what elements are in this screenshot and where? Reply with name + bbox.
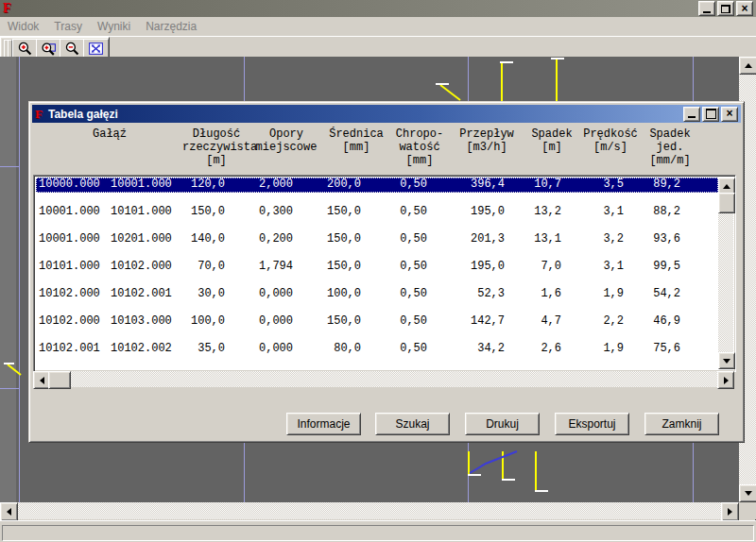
cell: 3,1	[578, 205, 641, 220]
menu-item-narzedzia[interactable]: Narzędzia	[138, 20, 204, 33]
scrollbar-corner	[739, 502, 756, 519]
app-logo-icon: F	[3, 2, 11, 15]
cell: 13,2	[524, 205, 578, 220]
zoom-out-button[interactable]	[60, 39, 85, 59]
cell: 195,0	[448, 260, 524, 275]
cell: 2,2	[578, 314, 641, 330]
scroll-left-button[interactable]	[0, 502, 18, 521]
table-row[interactable]: 10102.00010103.000100,00,000150,00,50142…	[36, 314, 718, 342]
button-zamknij[interactable]: Zamknij	[644, 413, 719, 435]
button-informacje[interactable]: Informacje	[286, 413, 361, 435]
restore-button[interactable]	[717, 1, 734, 16]
cell: 3,1	[578, 260, 641, 275]
cell: 0,50	[389, 260, 448, 275]
cell: 10001.000	[36, 232, 108, 247]
table-row-line: 10102.00110102.00235,00,00080,00,5034,22…	[36, 342, 718, 357]
menu-item-widok[interactable]: Widok	[0, 20, 46, 33]
dialog-minimize-button[interactable]	[683, 107, 700, 122]
canvas-horizontal-scrollbar[interactable]	[0, 502, 739, 519]
cell: 2,000	[249, 178, 321, 193]
scroll-right-button[interactable]	[717, 371, 734, 389]
dialog-tabela-galezi: F Tabela gałęzi × GałąźDługość rzeczywis…	[28, 101, 745, 443]
table-row[interactable]: 10001.00010201.000140,00,200150,00,50201…	[36, 232, 718, 260]
arrow-right-icon	[724, 377, 729, 384]
cell: 396,4	[448, 178, 524, 193]
cell: 3,5	[578, 178, 641, 193]
arrow-left-icon	[40, 377, 44, 384]
cell: 0,50	[389, 205, 448, 220]
dialog-titlebar[interactable]: F Tabela gałęzi ×	[32, 105, 741, 123]
table-row[interactable]: 10001.00010101.000150,00,300150,00,50195…	[36, 205, 718, 232]
arrow-left-icon	[7, 508, 11, 516]
listbox-horizontal-scrollbar[interactable]	[33, 371, 734, 387]
application-window: F × WidokTrasyWynikiNarzędzia	[0, 0, 756, 542]
menu-item-trasy[interactable]: Trasy	[46, 20, 90, 33]
cell: 10102.001	[108, 287, 181, 302]
cell: 93,6	[641, 232, 697, 247]
status-panel	[2, 525, 754, 541]
cell: 201,3	[448, 232, 524, 247]
table-row-line: 10001.00010201.000140,00,200150,00,50201…	[36, 232, 718, 247]
cell: 13,1	[524, 232, 578, 247]
scroll-down-button[interactable]	[718, 352, 735, 369]
button-drukuj[interactable]: Drukuj	[465, 413, 540, 435]
cell: 0,000	[249, 287, 321, 302]
cell: 3,2	[578, 232, 641, 247]
cell: 10102.000	[36, 314, 108, 330]
cell: 10103.000	[108, 314, 181, 330]
zoom-in-button[interactable]	[12, 39, 38, 59]
cell: 10201.000	[108, 232, 181, 247]
cell: 0,300	[249, 205, 321, 220]
branch-table-listbox[interactable]: 10000.00010001.000120,02,000200,00,50396…	[33, 175, 736, 372]
table-row[interactable]: 10000.00010001.000120,02,000200,00,50396…	[36, 178, 718, 205]
zoom-window-button[interactable]	[36, 39, 61, 59]
cell: 88,2	[641, 205, 697, 220]
table-row[interactable]: 10102.00110102.00235,00,00080,00,5034,22…	[36, 342, 718, 369]
cell: 46,9	[641, 314, 697, 330]
window-titlebar[interactable]: F ×	[0, 0, 756, 17]
listbox-vertical-scrollbar[interactable]	[718, 178, 733, 369]
zoom-extents-button[interactable]	[83, 39, 109, 59]
dialog-close-button[interactable]: ×	[721, 107, 738, 122]
minimize-button[interactable]	[698, 1, 715, 16]
close-button[interactable]: ×	[736, 1, 753, 16]
cell: 1,6	[524, 287, 578, 302]
cell: 70,0	[181, 260, 249, 275]
col-header-galaz: Gałąź	[37, 127, 182, 167]
col-header-przeplyw: Przepływ [m3/h]	[449, 127, 524, 167]
table-row-selected-line: 10000.00010001.000120,02,000200,00,50396…	[36, 178, 718, 193]
cell: 142,7	[448, 314, 524, 330]
arrow-right-icon	[728, 508, 732, 516]
table-row[interactable]: 10101.00010102.00070,01,794150,00,50195,…	[36, 260, 718, 287]
button-szukaj[interactable]: Szukaj	[375, 413, 450, 435]
scroll-right-button[interactable]	[721, 502, 739, 521]
cell: 52,3	[448, 287, 524, 302]
restore-icon	[721, 5, 730, 13]
dialog-maximize-button[interactable]	[702, 107, 719, 122]
cell: 150,0	[321, 232, 389, 247]
cell: 120,0	[181, 178, 249, 193]
minimize-icon	[688, 116, 696, 118]
arrow-up-icon	[723, 184, 730, 189]
cell: 0,50	[389, 314, 448, 330]
col-header-spadek-jed: Spadek jed. [mm/m]	[642, 127, 698, 167]
scroll-down-button[interactable]	[739, 484, 756, 502]
col-header-opory-miejscowe: Opory miejscowe	[250, 127, 322, 167]
scroll-up-button[interactable]	[739, 57, 756, 75]
scrollbar-thumb[interactable]	[48, 371, 71, 389]
table-row[interactable]: 10102.00010102.00130,00,000100,00,5052,3…	[36, 287, 718, 314]
cell: 150,0	[321, 314, 389, 330]
zoom-out-icon	[64, 41, 80, 57]
menu-item-wyniki[interactable]: Wyniki	[90, 20, 138, 33]
close-icon: ×	[726, 109, 732, 118]
cell: 10102.000	[108, 260, 181, 275]
button-eksportuj[interactable]: Eksportuj	[555, 413, 629, 435]
cell: 2,6	[524, 342, 578, 357]
scrollbar-thumb[interactable]	[718, 193, 735, 213]
cell: 7,0	[524, 260, 578, 275]
cell: 10001.000	[108, 178, 181, 193]
cell: 0,50	[389, 287, 448, 302]
arrow-down-icon	[723, 359, 730, 364]
arrow-up-icon	[745, 63, 752, 68]
cell: 150,0	[321, 260, 389, 275]
